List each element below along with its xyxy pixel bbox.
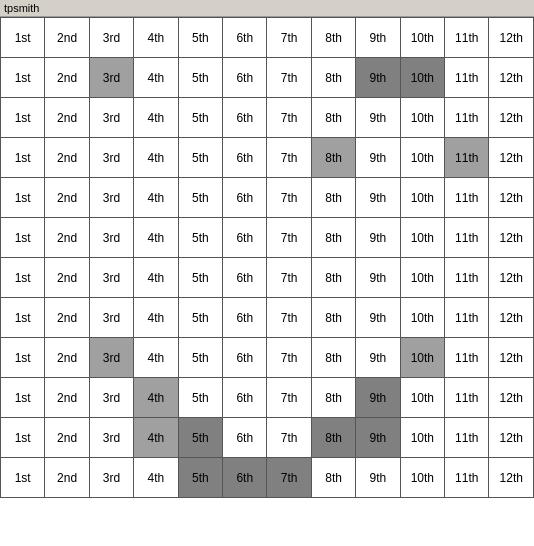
table-cell[interactable]: 3rd: [89, 178, 133, 218]
table-cell[interactable]: 2nd: [45, 18, 89, 58]
table-cell[interactable]: 11th: [445, 418, 489, 458]
table-cell[interactable]: 7th: [267, 378, 311, 418]
table-cell[interactable]: 6th: [223, 18, 267, 58]
table-cell[interactable]: 11th: [445, 338, 489, 378]
table-cell[interactable]: 10th: [400, 378, 444, 418]
table-cell[interactable]: 5th: [178, 18, 222, 58]
table-cell[interactable]: 5th: [178, 298, 222, 338]
table-cell[interactable]: 1st: [1, 218, 45, 258]
table-cell[interactable]: 5th: [178, 458, 222, 498]
table-cell[interactable]: 3rd: [89, 18, 133, 58]
table-cell[interactable]: 12th: [489, 18, 534, 58]
table-cell[interactable]: 1st: [1, 58, 45, 98]
table-cell[interactable]: 9th: [356, 298, 400, 338]
table-cell[interactable]: 5th: [178, 418, 222, 458]
table-cell[interactable]: 12th: [489, 418, 534, 458]
table-cell[interactable]: 1st: [1, 178, 45, 218]
table-cell[interactable]: 11th: [445, 98, 489, 138]
table-cell[interactable]: 5th: [178, 258, 222, 298]
table-cell[interactable]: 10th: [400, 458, 444, 498]
table-cell[interactable]: 5th: [178, 58, 222, 98]
table-cell[interactable]: 7th: [267, 258, 311, 298]
table-cell[interactable]: 10th: [400, 298, 444, 338]
table-cell[interactable]: 2nd: [45, 338, 89, 378]
table-cell[interactable]: 3rd: [89, 98, 133, 138]
table-cell[interactable]: 11th: [445, 458, 489, 498]
table-cell[interactable]: 9th: [356, 18, 400, 58]
table-cell[interactable]: 6th: [223, 98, 267, 138]
table-cell[interactable]: 4th: [134, 58, 178, 98]
table-cell[interactable]: 5th: [178, 98, 222, 138]
table-cell[interactable]: 2nd: [45, 378, 89, 418]
table-cell[interactable]: 9th: [356, 218, 400, 258]
table-cell[interactable]: 10th: [400, 218, 444, 258]
table-cell[interactable]: 7th: [267, 298, 311, 338]
table-cell[interactable]: 5th: [178, 138, 222, 178]
table-cell[interactable]: 4th: [134, 138, 178, 178]
table-cell[interactable]: 7th: [267, 218, 311, 258]
table-cell[interactable]: 8th: [311, 418, 355, 458]
table-cell[interactable]: 8th: [311, 258, 355, 298]
table-cell[interactable]: 9th: [356, 458, 400, 498]
table-cell[interactable]: 6th: [223, 138, 267, 178]
table-cell[interactable]: 6th: [223, 218, 267, 258]
table-cell[interactable]: 9th: [356, 418, 400, 458]
table-cell[interactable]: 2nd: [45, 138, 89, 178]
table-cell[interactable]: 6th: [223, 458, 267, 498]
table-cell[interactable]: 8th: [311, 138, 355, 178]
table-cell[interactable]: 3rd: [89, 138, 133, 178]
table-cell[interactable]: 6th: [223, 418, 267, 458]
table-cell[interactable]: 7th: [267, 58, 311, 98]
table-cell[interactable]: 2nd: [45, 298, 89, 338]
table-cell[interactable]: 11th: [445, 298, 489, 338]
table-cell[interactable]: 7th: [267, 98, 311, 138]
table-cell[interactable]: 11th: [445, 218, 489, 258]
table-cell[interactable]: 8th: [311, 218, 355, 258]
table-cell[interactable]: 1st: [1, 378, 45, 418]
table-cell[interactable]: 2nd: [45, 98, 89, 138]
table-cell[interactable]: 6th: [223, 58, 267, 98]
table-cell[interactable]: 12th: [489, 138, 534, 178]
table-cell[interactable]: 6th: [223, 178, 267, 218]
table-cell[interactable]: 1st: [1, 418, 45, 458]
table-cell[interactable]: 3rd: [89, 298, 133, 338]
table-cell[interactable]: 2nd: [45, 218, 89, 258]
table-cell[interactable]: 10th: [400, 178, 444, 218]
table-cell[interactable]: 2nd: [45, 178, 89, 218]
table-cell[interactable]: 4th: [134, 178, 178, 218]
table-cell[interactable]: 5th: [178, 338, 222, 378]
table-cell[interactable]: 12th: [489, 58, 534, 98]
table-cell[interactable]: 4th: [134, 18, 178, 58]
table-cell[interactable]: 8th: [311, 98, 355, 138]
table-cell[interactable]: 7th: [267, 18, 311, 58]
table-cell[interactable]: 10th: [400, 18, 444, 58]
table-cell[interactable]: 7th: [267, 138, 311, 178]
table-cell[interactable]: 10th: [400, 58, 444, 98]
table-cell[interactable]: 1st: [1, 98, 45, 138]
table-cell[interactable]: 6th: [223, 378, 267, 418]
table-cell[interactable]: 2nd: [45, 458, 89, 498]
table-cell[interactable]: 8th: [311, 378, 355, 418]
table-cell[interactable]: 4th: [134, 258, 178, 298]
table-cell[interactable]: 12th: [489, 378, 534, 418]
table-cell[interactable]: 12th: [489, 258, 534, 298]
table-cell[interactable]: 12th: [489, 458, 534, 498]
table-cell[interactable]: 5th: [178, 378, 222, 418]
table-cell[interactable]: 3rd: [89, 378, 133, 418]
table-cell[interactable]: 8th: [311, 178, 355, 218]
table-cell[interactable]: 6th: [223, 258, 267, 298]
table-cell[interactable]: 4th: [134, 338, 178, 378]
table-cell[interactable]: 8th: [311, 298, 355, 338]
table-cell[interactable]: 3rd: [89, 458, 133, 498]
table-cell[interactable]: 4th: [134, 378, 178, 418]
table-cell[interactable]: 3rd: [89, 258, 133, 298]
table-cell[interactable]: 1st: [1, 338, 45, 378]
table-cell[interactable]: 2nd: [45, 58, 89, 98]
table-cell[interactable]: 1st: [1, 258, 45, 298]
table-cell[interactable]: 9th: [356, 58, 400, 98]
table-cell[interactable]: 1st: [1, 458, 45, 498]
table-cell[interactable]: 11th: [445, 18, 489, 58]
table-cell[interactable]: 9th: [356, 98, 400, 138]
table-cell[interactable]: 4th: [134, 218, 178, 258]
table-cell[interactable]: 11th: [445, 258, 489, 298]
